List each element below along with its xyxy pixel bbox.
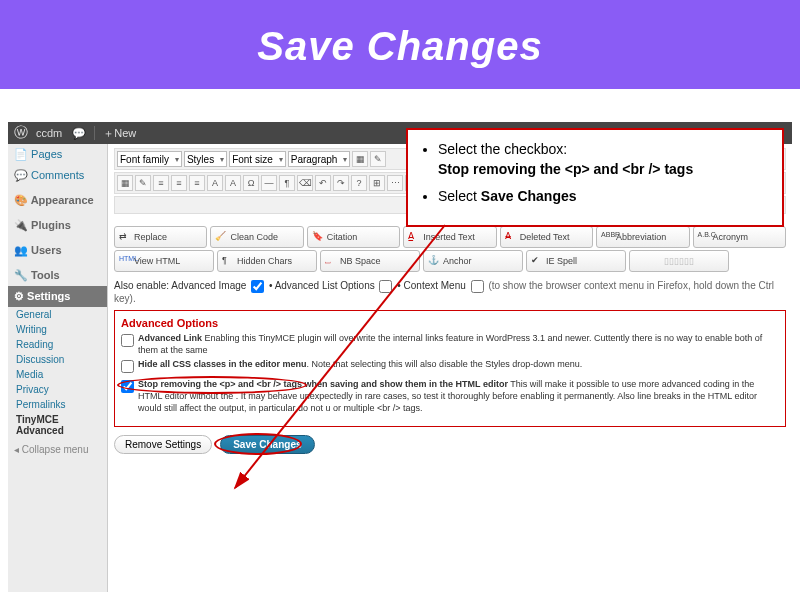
btn-replace[interactable]: ⇄Replace bbox=[114, 226, 207, 248]
sidebar-sub-privacy[interactable]: Privacy bbox=[8, 382, 107, 397]
adv-link-row: Advanced Link Enabling this TinyMCE plug… bbox=[121, 333, 779, 356]
sidebar-sub-writing[interactable]: Writing bbox=[8, 322, 107, 337]
sidebar-sub-tinymce[interactable]: TinyMCE Advanced bbox=[8, 412, 107, 438]
callout-line2: Select bbox=[438, 188, 481, 204]
btn-hidden[interactable]: ¶Hidden Chars bbox=[217, 250, 317, 272]
btn-viewhtml[interactable]: HTMLView HTML bbox=[114, 250, 214, 272]
tb-btn[interactable]: — bbox=[261, 175, 277, 191]
tb-btn[interactable]: Ω bbox=[243, 175, 259, 191]
bottom-buttons: Remove Settings Save Changes bbox=[114, 435, 786, 454]
comment-icon[interactable]: 💬 bbox=[72, 127, 86, 140]
tb-btn[interactable]: ⊞ bbox=[369, 175, 385, 191]
new-label: New bbox=[114, 127, 136, 139]
font-size-select[interactable]: Font size bbox=[229, 151, 286, 167]
paragraph-select[interactable]: Paragraph bbox=[288, 151, 351, 167]
nbspace-icon: ⎵ bbox=[325, 255, 337, 267]
tb-btn[interactable]: ⋯ bbox=[387, 175, 403, 191]
tb-btn[interactable]: ⌫ bbox=[297, 175, 313, 191]
advanced-heading: Advanced Options bbox=[121, 317, 779, 329]
sidebar-item-pages[interactable]: 📄 Pages bbox=[8, 144, 107, 165]
font-family-select[interactable]: Font family bbox=[117, 151, 182, 167]
hidden-icon: ¶ bbox=[222, 255, 234, 267]
sidebar-item-comments[interactable]: 💬 Comments bbox=[8, 165, 107, 186]
hide-css-row: Hide all CSS classes in the editor menu.… bbox=[121, 359, 779, 373]
acronym-icon: A.B.C. bbox=[698, 231, 710, 243]
adv-link-checkbox[interactable] bbox=[121, 334, 134, 347]
tb-btn[interactable]: ≡ bbox=[189, 175, 205, 191]
tb-btn[interactable]: ? bbox=[351, 175, 367, 191]
styles-select[interactable]: Styles bbox=[184, 151, 227, 167]
tb-btn[interactable]: A bbox=[207, 175, 223, 191]
abbr-icon: ABBR bbox=[601, 231, 613, 243]
sidebar-sub-media[interactable]: Media bbox=[8, 367, 107, 382]
btn-inserted[interactable]: A̲Inserted Text bbox=[403, 226, 496, 248]
also-label: Also enable: bbox=[114, 280, 169, 291]
callout-line2-bold: Save Changes bbox=[481, 188, 577, 204]
also-adv-image-label: Advanced Image bbox=[171, 280, 246, 291]
tb-btn[interactable]: ✎ bbox=[135, 175, 151, 191]
adv-image-checkbox[interactable] bbox=[251, 280, 264, 293]
save-changes-button[interactable]: Save Changes bbox=[220, 435, 314, 454]
feature-buttons-row1: ⇄Replace 🧹Clean Code 🔖Citation A̲Inserte… bbox=[114, 226, 786, 248]
tb-btn[interactable]: ¶ bbox=[279, 175, 295, 191]
inserted-icon: A̲ bbox=[408, 231, 420, 243]
adv-list-checkbox[interactable] bbox=[379, 280, 392, 293]
sidebar-item-settings[interactable]: ⚙ Settings bbox=[8, 286, 107, 307]
also-context-label: Context Menu bbox=[404, 280, 466, 291]
tb-btn[interactable]: ↷ bbox=[333, 175, 349, 191]
sidebar-item-plugins[interactable]: 🔌 Plugins bbox=[8, 215, 107, 236]
tb-btn[interactable]: ↶ bbox=[315, 175, 331, 191]
stop-removing-checkbox[interactable] bbox=[121, 380, 134, 393]
instruction-callout: Select the checkbox:Stop removing the <p… bbox=[406, 128, 784, 227]
btn-iespell[interactable]: ✔IE Spell bbox=[526, 250, 626, 272]
sidebar-sub-general[interactable]: General bbox=[8, 307, 107, 322]
sidebar-sub-reading[interactable]: Reading bbox=[8, 337, 107, 352]
btn-anchor[interactable]: ⚓Anchor bbox=[423, 250, 523, 272]
admin-sidebar: 📄 Pages 💬 Comments 🎨 Appearance 🔌 Plugin… bbox=[8, 144, 108, 592]
sidebar-item-users[interactable]: 👥 Users bbox=[8, 240, 107, 261]
also-adv-list-label: Advanced List Options bbox=[275, 280, 375, 291]
btn-placeholder[interactable]: ▯▯▯▯▯▯ bbox=[629, 250, 729, 272]
deleted-icon: A̶ bbox=[505, 231, 517, 243]
html-icon: HTML bbox=[119, 255, 131, 267]
clean-icon: 🧹 bbox=[215, 231, 227, 243]
tb-btn[interactable]: ▦ bbox=[117, 175, 133, 191]
iespell-icon: ✔ bbox=[531, 255, 543, 267]
sidebar-sub-discussion[interactable]: Discussion bbox=[8, 352, 107, 367]
wp-logo-icon[interactable]: ⓦ bbox=[14, 124, 28, 142]
callout-line1: Select the checkbox: bbox=[438, 141, 567, 157]
hide-css-checkbox[interactable] bbox=[121, 360, 134, 373]
callout-line1-bold: Stop removing the <p> and <br /> tags bbox=[438, 161, 693, 177]
tb-btn[interactable]: A bbox=[225, 175, 241, 191]
btn-acronym[interactable]: A.B.C.Acronym bbox=[693, 226, 786, 248]
remove-settings-button[interactable]: Remove Settings bbox=[114, 435, 212, 454]
sidebar-item-appearance[interactable]: 🎨 Appearance bbox=[8, 190, 107, 211]
btn-nbspace[interactable]: ⎵NB Space bbox=[320, 250, 420, 272]
advanced-options-box: Advanced Options Advanced Link Enabling … bbox=[114, 310, 786, 427]
tb-btn[interactable]: ≡ bbox=[153, 175, 169, 191]
collapse-menu[interactable]: ◂ Collapse menu bbox=[8, 438, 107, 461]
anchor-icon: ⚓ bbox=[428, 255, 440, 267]
btn-abbr[interactable]: ABBRAbbreviation bbox=[596, 226, 689, 248]
btn-clean[interactable]: 🧹Clean Code bbox=[210, 226, 303, 248]
replace-icon: ⇄ bbox=[119, 231, 131, 243]
new-menu[interactable]: ＋ New bbox=[103, 126, 136, 141]
tb-btn[interactable]: ▦ bbox=[352, 151, 368, 167]
stop-removing-row: Stop removing the <p> and <br /> tags wh… bbox=[121, 379, 779, 414]
context-checkbox[interactable] bbox=[471, 280, 484, 293]
divider bbox=[94, 126, 95, 140]
btn-citation[interactable]: 🔖Citation bbox=[307, 226, 400, 248]
sidebar-item-tools[interactable]: 🔧 Tools bbox=[8, 265, 107, 286]
also-enable-row: Also enable: Advanced Image • Advanced L… bbox=[114, 280, 786, 304]
slide-banner: Save Changes bbox=[0, 0, 800, 89]
citation-icon: 🔖 bbox=[312, 231, 324, 243]
btn-deleted[interactable]: A̶Deleted Text bbox=[500, 226, 593, 248]
site-name[interactable]: ccdm bbox=[36, 127, 62, 139]
tb-btn[interactable]: ≡ bbox=[171, 175, 187, 191]
sidebar-sub-permalinks[interactable]: Permalinks bbox=[8, 397, 107, 412]
tb-btn[interactable]: ✎ bbox=[370, 151, 386, 167]
feature-buttons-row2: HTMLView HTML ¶Hidden Chars ⎵NB Space ⚓A… bbox=[114, 250, 786, 272]
